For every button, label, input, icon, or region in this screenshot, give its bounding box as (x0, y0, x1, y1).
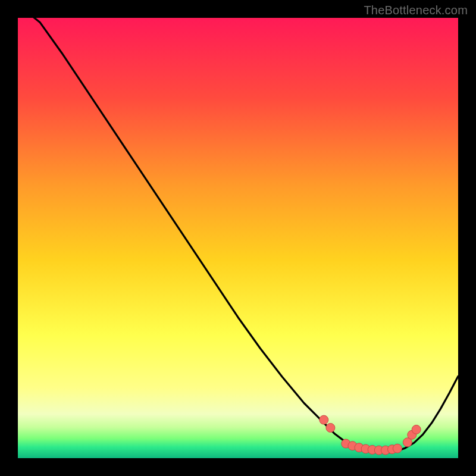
plot-area (18, 18, 458, 458)
gradient-background (18, 18, 458, 458)
chart-frame: TheBottleneck.com (0, 0, 476, 476)
watermark-text: TheBottleneck.com (364, 4, 468, 17)
curve-marker (412, 425, 421, 434)
curve-marker (320, 415, 328, 424)
chart-svg (18, 18, 458, 458)
curve-marker (393, 444, 402, 453)
curve-marker (326, 423, 335, 432)
